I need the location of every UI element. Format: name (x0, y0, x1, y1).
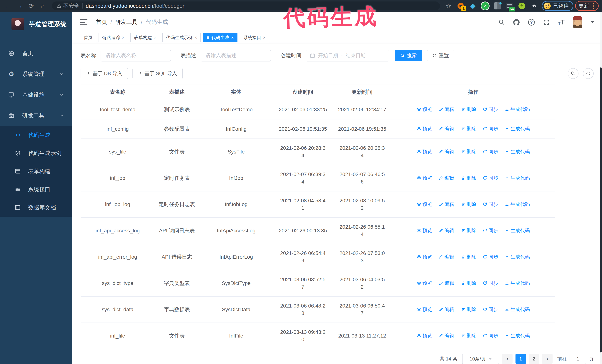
generate-code-link[interactable]: 生成代码 (505, 332, 530, 339)
generate-code-link[interactable]: 生成代码 (505, 227, 530, 234)
browser-update-button[interactable]: 更新 (575, 1, 599, 11)
extension-green-check-icon[interactable]: ✓ (481, 2, 489, 10)
edit-link[interactable]: 编辑 (439, 174, 454, 182)
sync-link[interactable]: 同步 (483, 174, 498, 182)
preview-link[interactable]: 预览 (417, 306, 432, 313)
close-icon[interactable]: × (263, 35, 266, 40)
sync-link[interactable]: 同步 (483, 227, 498, 234)
delete-link[interactable]: 删除 (461, 227, 476, 234)
breadcrumb-devtools[interactable]: 研发工具 (115, 18, 138, 26)
sidebar-item-devtools[interactable]: 研发工具 (0, 105, 72, 126)
fullscreen-icon[interactable] (543, 19, 549, 25)
delete-link[interactable]: 删除 (461, 279, 476, 287)
search-button[interactable]: 搜索 (395, 50, 422, 61)
generate-code-link[interactable]: 生成代码 (505, 253, 530, 260)
goto-page-input[interactable] (570, 354, 586, 364)
edit-link[interactable]: 编辑 (439, 125, 454, 132)
close-icon[interactable]: × (122, 35, 124, 40)
extension-grid-icon[interactable] (493, 2, 501, 10)
tab-form-builder[interactable]: 表单构建× (130, 33, 160, 42)
create-time-range-picker[interactable]: 开始日期 - 结束日期 (306, 50, 389, 62)
browser-reload-icon[interactable]: ⟳ (26, 1, 36, 10)
preview-link[interactable]: 预览 (417, 200, 432, 208)
next-page-button[interactable]: › (542, 354, 553, 364)
edit-link[interactable]: 编辑 (439, 306, 454, 313)
browser-forward-icon[interactable]: → (15, 1, 24, 10)
preview-link[interactable]: 预览 (417, 332, 432, 339)
sync-link[interactable]: 同步 (483, 148, 498, 155)
bookmark-star-icon[interactable]: ☆ (444, 2, 453, 10)
delete-link[interactable]: 删除 (461, 200, 476, 208)
tab-codegen[interactable]: 代码生成× (203, 33, 237, 42)
table-desc-input[interactable] (201, 50, 271, 62)
github-icon[interactable] (513, 19, 520, 25)
refresh-table-button[interactable] (583, 68, 594, 79)
sidebar-item-db-doc[interactable]: 数据库文档 (0, 198, 72, 217)
preview-link[interactable]: 预览 (417, 279, 432, 287)
edit-link[interactable]: 编辑 (439, 227, 454, 234)
sidebar-item-system-api[interactable]: 系统接口 (0, 180, 72, 198)
table-name-input[interactable] (101, 50, 171, 62)
preview-link[interactable]: 预览 (417, 253, 432, 260)
scrollbar-thumb[interactable] (600, 67, 602, 353)
edit-link[interactable]: 编辑 (439, 253, 454, 260)
edit-link[interactable]: 编辑 (439, 332, 454, 339)
extension-key-icon[interactable] (518, 2, 526, 10)
help-icon[interactable]: ? (528, 19, 535, 26)
sidebar-item-infra[interactable]: 基础设施 (0, 84, 72, 105)
tab-home[interactable]: 首页 (80, 33, 96, 42)
breadcrumb-home[interactable]: 首页 (96, 18, 107, 26)
sidebar-item-form-builder[interactable]: 表单构建 (0, 162, 72, 180)
extension-proxy-icon[interactable]: on (505, 2, 514, 10)
page-button-2[interactable]: 2 (529, 354, 539, 364)
user-menu-caret-icon[interactable] (591, 21, 594, 23)
tab-codegen-demo[interactable]: 代码生成示例× (162, 33, 201, 42)
generate-code-link[interactable]: 生成代码 (505, 279, 530, 287)
preview-link[interactable]: 预览 (417, 125, 432, 132)
edit-link[interactable]: 编辑 (439, 279, 454, 287)
close-icon[interactable]: × (231, 35, 234, 40)
close-icon[interactable]: × (154, 35, 156, 40)
close-icon[interactable]: × (194, 35, 197, 40)
browser-back-icon[interactable]: ← (3, 1, 13, 10)
edit-link[interactable]: 编辑 (439, 200, 454, 208)
browser-menu-icon[interactable] (592, 3, 595, 9)
reset-button[interactable]: 重置 (427, 50, 454, 61)
browser-home-icon[interactable]: ⌂ (38, 1, 47, 10)
sync-link[interactable]: 同步 (483, 332, 498, 339)
preview-link[interactable]: 预览 (417, 148, 432, 155)
paused-extension-pill[interactable]: 已暂停 (542, 1, 573, 11)
tab-tracing[interactable]: 链路追踪× (98, 33, 128, 42)
delete-link[interactable]: 删除 (461, 148, 476, 155)
preview-link[interactable]: 预览 (417, 227, 432, 234)
extension-gem-icon[interactable]: ◆ (469, 2, 477, 10)
sync-link[interactable]: 同步 (483, 200, 498, 208)
toggle-search-button[interactable] (568, 68, 579, 79)
delete-link[interactable]: 删除 (461, 332, 476, 339)
generate-code-link[interactable]: 生成代码 (505, 306, 530, 313)
sidebar-item-codegen-demo[interactable]: 代码生成示例 (0, 144, 72, 162)
generate-code-link[interactable]: 生成代码 (505, 174, 530, 182)
delete-link[interactable]: 删除 (461, 105, 476, 113)
delete-link[interactable]: 删除 (461, 174, 476, 182)
security-indicator[interactable]: 不安全 (57, 2, 79, 10)
sync-link[interactable]: 同步 (483, 279, 498, 287)
window-scrollbar[interactable] (600, 12, 602, 364)
address-bar[interactable]: 不安全 dashboard.yudao.iocoder.cn/tool/code… (52, 1, 440, 10)
extension-orange-icon[interactable]: 1 (457, 2, 465, 10)
delete-link[interactable]: 删除 (461, 125, 476, 132)
edit-link[interactable]: 编辑 (439, 148, 454, 155)
generate-code-link[interactable]: 生成代码 (505, 148, 530, 155)
sidebar-toggle-icon[interactable] (80, 19, 87, 25)
search-icon[interactable] (498, 19, 505, 25)
page-button-1[interactable]: 1 (516, 354, 526, 364)
sidebar-item-home[interactable]: 首页 (0, 43, 72, 64)
extensions-puzzle-icon[interactable] (530, 2, 538, 10)
user-avatar[interactable] (573, 16, 582, 28)
generate-code-link[interactable]: 生成代码 (505, 200, 530, 208)
preview-link[interactable]: 预览 (417, 105, 432, 113)
import-sql-button[interactable]: 基于 SQL 导入 (132, 68, 183, 79)
sync-link[interactable]: 同步 (483, 253, 498, 260)
sync-link[interactable]: 同步 (483, 306, 498, 313)
import-db-button[interactable]: 基于 DB 导入 (81, 68, 128, 79)
